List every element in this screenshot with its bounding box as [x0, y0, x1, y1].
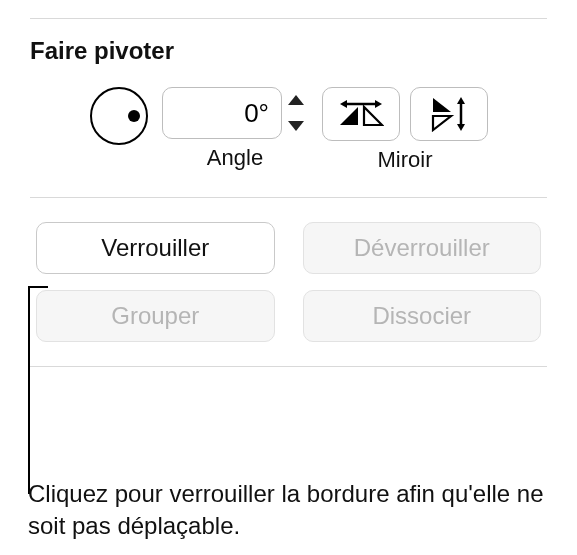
angle-label: Angle	[207, 145, 263, 171]
flip-horizontal-button[interactable]	[322, 87, 400, 141]
chevron-down-icon	[288, 121, 304, 131]
group-button: Grouper	[36, 290, 275, 342]
mirror-group: Miroir	[322, 87, 488, 173]
svg-marker-8	[457, 97, 465, 104]
divider	[30, 197, 547, 198]
angle-step-up[interactable]	[284, 89, 308, 111]
flip-horizontal-icon	[338, 99, 384, 129]
object-actions-grid: Verrouiller Déverrouiller Grouper Dissoc…	[30, 222, 547, 342]
callout-caption: Cliquez pour verrouiller la bordure afin…	[28, 478, 548, 543]
callout-connector	[28, 286, 48, 288]
svg-marker-6	[433, 116, 451, 130]
chevron-up-icon	[288, 95, 304, 105]
mirror-label: Miroir	[378, 147, 433, 173]
svg-marker-9	[457, 124, 465, 131]
rotation-dial-group: .	[90, 87, 148, 177]
svg-marker-0	[340, 107, 358, 125]
flip-vertical-button[interactable]	[410, 87, 488, 141]
unlock-button: Déverrouiller	[303, 222, 542, 274]
angle-field[interactable]: 0°	[162, 87, 282, 139]
angle-step-down[interactable]	[284, 115, 308, 137]
angle-value: 0°	[244, 98, 269, 129]
rotate-panel: Faire pivoter . 0° Angle	[0, 0, 577, 367]
rotation-dial[interactable]	[90, 87, 148, 145]
callout-connector	[28, 286, 30, 494]
divider	[30, 18, 547, 19]
angle-group: 0° Angle	[162, 87, 308, 171]
section-title: Faire pivoter	[30, 37, 547, 65]
svg-marker-3	[340, 100, 347, 108]
svg-marker-5	[433, 98, 451, 112]
svg-marker-1	[364, 107, 382, 125]
angle-stepper	[284, 87, 308, 139]
ungroup-button: Dissocier	[303, 290, 542, 342]
flip-vertical-icon	[429, 96, 469, 132]
lock-button[interactable]: Verrouiller	[36, 222, 275, 274]
svg-marker-4	[375, 100, 382, 108]
divider	[30, 366, 547, 367]
